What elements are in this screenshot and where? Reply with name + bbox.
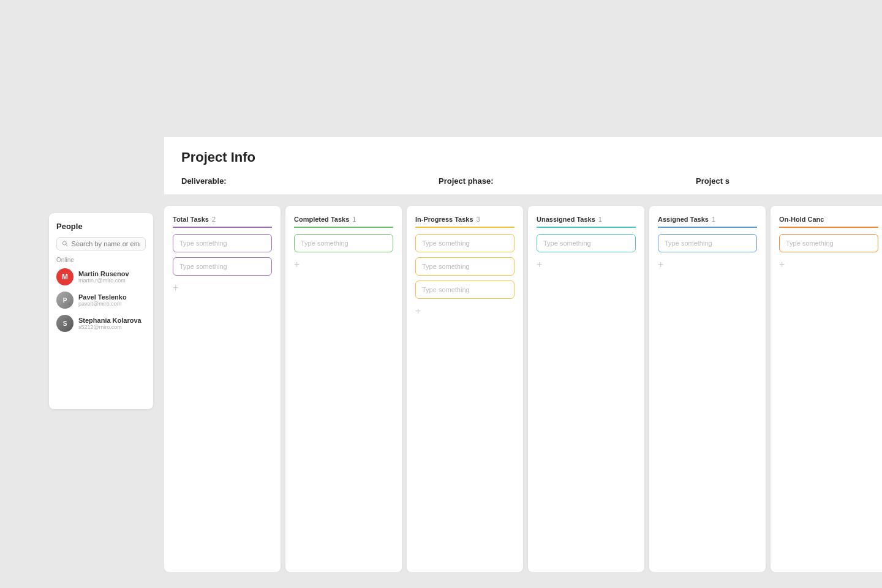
person-item-martin[interactable]: M Martin Rusenov martin.r@miro.com xyxy=(56,268,146,285)
avatar-pavel: P xyxy=(56,292,74,309)
task-card-in-progress-1[interactable]: Type something xyxy=(415,257,514,276)
task-card-in-progress-0[interactable]: Type something xyxy=(415,234,514,252)
task-card-total-1[interactable]: Type something xyxy=(173,257,272,276)
people-sidebar: People Online M Martin Rusenov martin.r@… xyxy=(49,213,153,409)
task-card-completed-0[interactable]: Type something xyxy=(294,234,393,252)
col-count-unassigned: 1 xyxy=(598,216,602,223)
add-task-btn-unassigned[interactable]: + xyxy=(537,260,542,270)
add-task-btn-in-progress[interactable]: + xyxy=(415,306,421,316)
task-card-total-0[interactable]: Type something xyxy=(173,234,272,252)
add-task-btn-on-hold[interactable]: + xyxy=(779,260,785,270)
kanban-col-completed: Completed Tasks 1Type something+ xyxy=(285,206,402,572)
avatar-martin: M xyxy=(56,268,74,285)
col-header-in-progress: In-Progress Tasks 3 xyxy=(415,216,514,228)
deliverable-label: Deliverable: xyxy=(181,176,439,186)
col-title-in-progress: In-Progress Tasks xyxy=(415,216,473,223)
kanban-col-unassigned: Unassigned Tasks 1Type something+ xyxy=(528,206,644,572)
person-name-pavel: Pavel Teslenko xyxy=(78,293,127,301)
col-header-assigned: Assigned Tasks 1 xyxy=(658,216,757,228)
col-title-assigned: Assigned Tasks xyxy=(658,216,709,223)
kanban-col-total: Total Tasks 2Type somethingType somethin… xyxy=(164,206,281,572)
col-header-total: Total Tasks 2 xyxy=(173,216,272,228)
sidebar-title: People xyxy=(56,222,146,231)
project-title: Project Info xyxy=(181,149,865,165)
task-card-in-progress-2[interactable]: Type something xyxy=(415,281,514,299)
search-input[interactable] xyxy=(72,240,140,247)
person-item-pavel[interactable]: P Pavel Teslenko pavelt@miro.com xyxy=(56,292,146,309)
col-header-unassigned: Unassigned Tasks 1 xyxy=(537,216,636,228)
kanban-col-on-hold: On-Hold CancType something+ xyxy=(771,206,882,572)
search-bar[interactable] xyxy=(56,237,146,251)
person-item-stephania[interactable]: S Stephania Kolarova s5212@miro.com xyxy=(56,315,146,332)
person-name-stephania: Stephania Kolarova xyxy=(78,317,141,324)
person-email-pavel: pavelt@miro.com xyxy=(78,301,127,307)
svg-line-1 xyxy=(66,244,68,246)
kanban-board: Total Tasks 2Type somethingType somethin… xyxy=(164,195,882,572)
person-name-martin: Martin Rusenov xyxy=(78,270,129,277)
project-label: Project s xyxy=(696,176,865,186)
col-header-on-hold: On-Hold Canc xyxy=(779,216,878,228)
col-title-completed: Completed Tasks xyxy=(294,216,349,223)
project-section: Project s xyxy=(696,176,865,186)
kanban-col-assigned: Assigned Tasks 1Type something+ xyxy=(649,206,766,572)
col-header-completed: Completed Tasks 1 xyxy=(294,216,393,228)
online-label: Online xyxy=(56,257,146,263)
person-email-stephania: s5212@miro.com xyxy=(78,324,141,330)
deliverable-section: Deliverable: xyxy=(181,176,439,186)
project-header: Project Info Deliverable: Project phase:… xyxy=(164,137,882,195)
add-task-btn-completed[interactable]: + xyxy=(294,260,300,270)
kanban-col-in-progress: In-Progress Tasks 3Type somethingType so… xyxy=(407,206,523,572)
col-title-total: Total Tasks xyxy=(173,216,209,223)
phase-section: Project phase: xyxy=(439,176,696,186)
col-count-in-progress: 3 xyxy=(477,216,480,223)
add-task-btn-total[interactable]: + xyxy=(173,283,178,293)
col-title-on-hold: On-Hold Canc xyxy=(779,216,824,223)
search-icon xyxy=(62,240,69,247)
task-card-unassigned-0[interactable]: Type something xyxy=(537,234,636,252)
col-count-assigned: 1 xyxy=(712,216,715,223)
add-task-btn-assigned[interactable]: + xyxy=(658,260,663,270)
avatar-stephania: S xyxy=(56,315,74,332)
project-meta-row: Deliverable: Project phase: Project s xyxy=(181,176,865,194)
task-card-on-hold-0[interactable]: Type something xyxy=(779,234,878,252)
col-title-unassigned: Unassigned Tasks xyxy=(537,216,595,223)
task-card-assigned-0[interactable]: Type something xyxy=(658,234,757,252)
main-content: Project Info Deliverable: Project phase:… xyxy=(164,137,882,588)
phase-label: Project phase: xyxy=(439,176,696,186)
person-email-martin: martin.r@miro.com xyxy=(78,277,129,284)
col-count-completed: 1 xyxy=(352,216,356,223)
col-count-total: 2 xyxy=(212,216,216,223)
